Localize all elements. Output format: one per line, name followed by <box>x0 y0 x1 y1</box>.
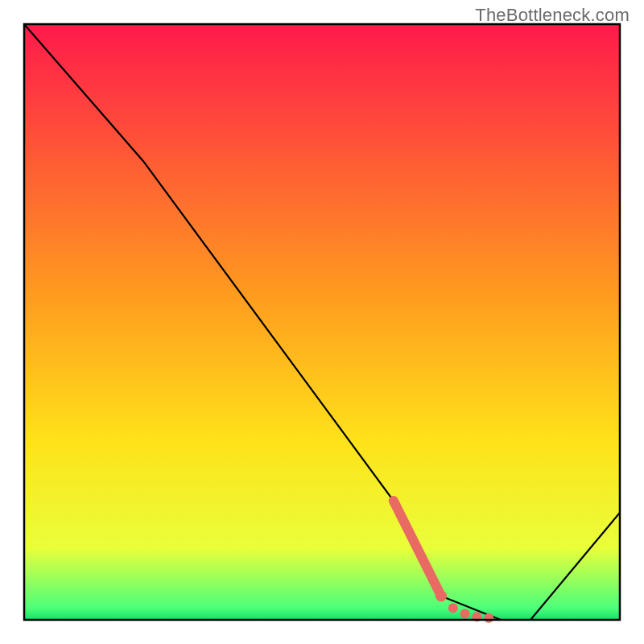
plot-area <box>24 24 620 623</box>
chart-container: TheBottleneck.com <box>0 0 644 644</box>
highlight-dot <box>460 609 470 619</box>
highlight-dot <box>484 613 493 623</box>
highlight-dot <box>436 590 447 601</box>
watermark-text: TheBottleneck.com <box>475 5 630 26</box>
highlight-dot <box>448 603 458 613</box>
gradient-background <box>24 24 620 620</box>
bottleneck-chart <box>0 0 644 644</box>
